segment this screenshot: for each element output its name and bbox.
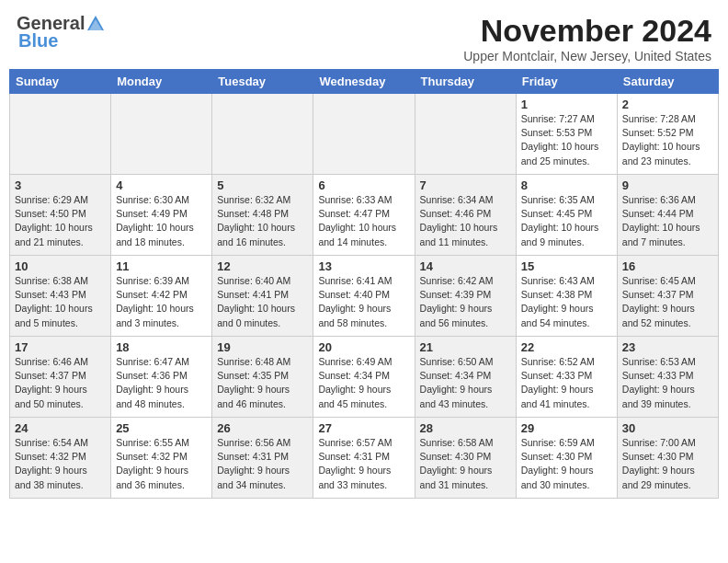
week-row-3: 10Sunrise: 6:38 AM Sunset: 4:43 PM Dayli… bbox=[10, 256, 719, 337]
day-number: 12 bbox=[217, 259, 308, 273]
cal-cell: 21Sunrise: 6:50 AM Sunset: 4:34 PM Dayli… bbox=[415, 337, 516, 418]
location: Upper Montclair, New Jersey, United Stat… bbox=[463, 49, 711, 63]
cal-cell bbox=[212, 94, 313, 175]
cell-info: Sunrise: 6:41 AM Sunset: 4:40 PM Dayligh… bbox=[318, 274, 409, 330]
day-header-monday: Monday bbox=[111, 70, 212, 94]
cal-cell bbox=[415, 94, 516, 175]
day-number: 11 bbox=[116, 259, 207, 273]
day-number: 22 bbox=[521, 340, 612, 354]
day-number: 10 bbox=[15, 259, 106, 273]
day-number: 2 bbox=[622, 98, 713, 111]
cal-cell: 19Sunrise: 6:48 AM Sunset: 4:35 PM Dayli… bbox=[212, 337, 313, 418]
cell-info: Sunrise: 6:54 AM Sunset: 4:32 PM Dayligh… bbox=[15, 436, 106, 492]
cal-cell: 1Sunrise: 7:27 AM Sunset: 5:53 PM Daylig… bbox=[516, 94, 617, 175]
cell-info: Sunrise: 6:33 AM Sunset: 4:47 PM Dayligh… bbox=[318, 193, 409, 249]
cal-cell: 15Sunrise: 6:43 AM Sunset: 4:38 PM Dayli… bbox=[516, 256, 617, 337]
day-number: 20 bbox=[318, 340, 409, 354]
day-number: 28 bbox=[420, 421, 511, 435]
cal-cell: 23Sunrise: 6:53 AM Sunset: 4:33 PM Dayli… bbox=[617, 337, 718, 418]
day-number: 1 bbox=[521, 98, 612, 111]
cal-cell: 4Sunrise: 6:30 AM Sunset: 4:49 PM Daylig… bbox=[111, 175, 212, 256]
cal-cell: 11Sunrise: 6:39 AM Sunset: 4:42 PM Dayli… bbox=[111, 256, 212, 337]
week-row-1: 1Sunrise: 7:27 AM Sunset: 5:53 PM Daylig… bbox=[10, 94, 719, 175]
cal-cell bbox=[313, 94, 415, 175]
cell-info: Sunrise: 6:47 AM Sunset: 4:36 PM Dayligh… bbox=[116, 355, 207, 411]
day-number: 29 bbox=[521, 421, 612, 435]
month-title: November 2024 bbox=[463, 13, 711, 49]
cal-cell: 10Sunrise: 6:38 AM Sunset: 4:43 PM Dayli… bbox=[10, 256, 111, 337]
cell-info: Sunrise: 6:39 AM Sunset: 4:42 PM Dayligh… bbox=[116, 274, 207, 330]
cell-info: Sunrise: 6:53 AM Sunset: 4:33 PM Dayligh… bbox=[622, 355, 713, 411]
cell-info: Sunrise: 7:00 AM Sunset: 4:30 PM Dayligh… bbox=[622, 436, 713, 492]
cell-info: Sunrise: 6:52 AM Sunset: 4:33 PM Dayligh… bbox=[521, 355, 612, 411]
title-section: November 2024 Upper Montclair, New Jerse… bbox=[463, 13, 711, 63]
day-number: 25 bbox=[116, 421, 207, 435]
day-number: 5 bbox=[217, 178, 308, 192]
header: General Blue November 2024 Upper Montcla… bbox=[0, 0, 728, 69]
day-header-thursday: Thursday bbox=[415, 70, 516, 94]
day-header-sunday: Sunday bbox=[10, 70, 111, 94]
cal-cell: 24Sunrise: 6:54 AM Sunset: 4:32 PM Dayli… bbox=[10, 418, 111, 499]
day-number: 27 bbox=[318, 421, 409, 435]
cal-cell: 7Sunrise: 6:34 AM Sunset: 4:46 PM Daylig… bbox=[415, 175, 516, 256]
cal-cell: 17Sunrise: 6:46 AM Sunset: 4:37 PM Dayli… bbox=[10, 337, 111, 418]
day-number: 21 bbox=[420, 340, 511, 354]
day-number: 26 bbox=[217, 421, 308, 435]
cal-cell: 25Sunrise: 6:55 AM Sunset: 4:32 PM Dayli… bbox=[111, 418, 212, 499]
cell-info: Sunrise: 6:50 AM Sunset: 4:34 PM Dayligh… bbox=[420, 355, 511, 411]
week-row-4: 17Sunrise: 6:46 AM Sunset: 4:37 PM Dayli… bbox=[10, 337, 719, 418]
cell-info: Sunrise: 6:35 AM Sunset: 4:45 PM Dayligh… bbox=[521, 193, 612, 249]
cal-cell: 5Sunrise: 6:32 AM Sunset: 4:48 PM Daylig… bbox=[212, 175, 313, 256]
day-headers-row: SundayMondayTuesdayWednesdayThursdayFrid… bbox=[10, 70, 719, 94]
day-number: 19 bbox=[217, 340, 308, 354]
week-row-5: 24Sunrise: 6:54 AM Sunset: 4:32 PM Dayli… bbox=[10, 418, 719, 499]
cal-cell: 14Sunrise: 6:42 AM Sunset: 4:39 PM Dayli… bbox=[415, 256, 516, 337]
logo-blue-text: Blue bbox=[17, 30, 107, 52]
week-row-2: 3Sunrise: 6:29 AM Sunset: 4:50 PM Daylig… bbox=[10, 175, 719, 256]
day-number: 6 bbox=[318, 178, 409, 192]
day-number: 3 bbox=[15, 178, 106, 192]
cell-info: Sunrise: 6:59 AM Sunset: 4:30 PM Dayligh… bbox=[521, 436, 612, 492]
cal-cell: 30Sunrise: 7:00 AM Sunset: 4:30 PM Dayli… bbox=[617, 418, 718, 499]
cell-info: Sunrise: 6:32 AM Sunset: 4:48 PM Dayligh… bbox=[217, 193, 308, 249]
cal-cell bbox=[111, 94, 212, 175]
day-header-tuesday: Tuesday bbox=[212, 70, 313, 94]
cell-info: Sunrise: 6:57 AM Sunset: 4:31 PM Dayligh… bbox=[318, 436, 409, 492]
day-number: 30 bbox=[622, 421, 713, 435]
cal-cell: 27Sunrise: 6:57 AM Sunset: 4:31 PM Dayli… bbox=[313, 418, 415, 499]
cell-info: Sunrise: 6:58 AM Sunset: 4:30 PM Dayligh… bbox=[420, 436, 511, 492]
day-number: 17 bbox=[15, 340, 106, 354]
day-number: 18 bbox=[116, 340, 207, 354]
cell-info: Sunrise: 6:46 AM Sunset: 4:37 PM Dayligh… bbox=[15, 355, 106, 411]
day-header-wednesday: Wednesday bbox=[313, 70, 415, 94]
cal-cell: 20Sunrise: 6:49 AM Sunset: 4:34 PM Dayli… bbox=[313, 337, 415, 418]
cell-info: Sunrise: 6:42 AM Sunset: 4:39 PM Dayligh… bbox=[420, 274, 511, 330]
cell-info: Sunrise: 6:56 AM Sunset: 4:31 PM Dayligh… bbox=[217, 436, 308, 492]
day-number: 24 bbox=[15, 421, 106, 435]
cal-cell: 8Sunrise: 6:35 AM Sunset: 4:45 PM Daylig… bbox=[516, 175, 617, 256]
cell-info: Sunrise: 6:40 AM Sunset: 4:41 PM Dayligh… bbox=[217, 274, 308, 330]
cal-cell: 3Sunrise: 6:29 AM Sunset: 4:50 PM Daylig… bbox=[10, 175, 111, 256]
calendar-wrapper: SundayMondayTuesdayWednesdayThursdayFrid… bbox=[0, 69, 728, 508]
day-number: 9 bbox=[622, 178, 713, 192]
cal-cell: 6Sunrise: 6:33 AM Sunset: 4:47 PM Daylig… bbox=[313, 175, 415, 256]
cell-info: Sunrise: 6:38 AM Sunset: 4:43 PM Dayligh… bbox=[15, 274, 106, 330]
cell-info: Sunrise: 6:48 AM Sunset: 4:35 PM Dayligh… bbox=[217, 355, 308, 411]
cal-cell: 12Sunrise: 6:40 AM Sunset: 4:41 PM Dayli… bbox=[212, 256, 313, 337]
cell-info: Sunrise: 6:55 AM Sunset: 4:32 PM Dayligh… bbox=[116, 436, 207, 492]
day-number: 15 bbox=[521, 259, 612, 273]
day-number: 14 bbox=[420, 259, 511, 273]
cell-info: Sunrise: 6:36 AM Sunset: 4:44 PM Dayligh… bbox=[622, 193, 713, 249]
cell-info: Sunrise: 6:49 AM Sunset: 4:34 PM Dayligh… bbox=[318, 355, 409, 411]
cal-cell bbox=[10, 94, 111, 175]
cell-info: Sunrise: 6:34 AM Sunset: 4:46 PM Dayligh… bbox=[420, 193, 511, 249]
cal-cell: 13Sunrise: 6:41 AM Sunset: 4:40 PM Dayli… bbox=[313, 256, 415, 337]
day-number: 7 bbox=[420, 178, 511, 192]
day-header-saturday: Saturday bbox=[617, 70, 718, 94]
cal-cell: 9Sunrise: 6:36 AM Sunset: 4:44 PM Daylig… bbox=[617, 175, 718, 256]
day-number: 4 bbox=[116, 178, 207, 192]
cell-info: Sunrise: 7:28 AM Sunset: 5:52 PM Dayligh… bbox=[622, 112, 713, 168]
day-number: 23 bbox=[622, 340, 713, 354]
cell-info: Sunrise: 6:43 AM Sunset: 4:38 PM Dayligh… bbox=[521, 274, 612, 330]
cal-cell: 28Sunrise: 6:58 AM Sunset: 4:30 PM Dayli… bbox=[415, 418, 516, 499]
